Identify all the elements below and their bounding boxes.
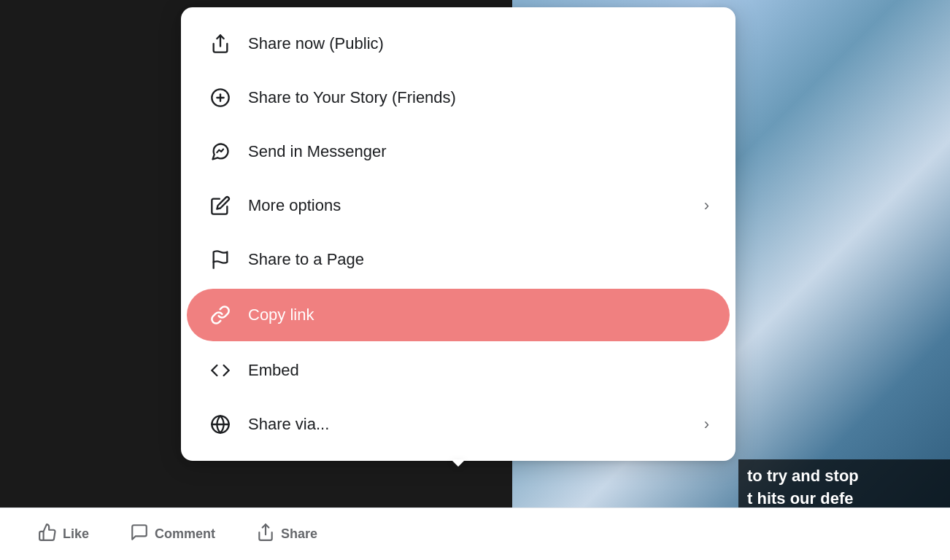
action-bar: Like Comment Share xyxy=(0,508,950,560)
share-label: Share xyxy=(281,526,317,542)
embed-label: Embed xyxy=(248,361,709,380)
share-story-label: Share to Your Story (Friends) xyxy=(248,88,709,107)
share-page-item[interactable]: Share to a Page xyxy=(187,233,730,286)
share-now-label: Share now (Public) xyxy=(248,34,709,53)
share-via-chevron: › xyxy=(704,415,709,434)
send-messenger-item[interactable]: Send in Messenger xyxy=(187,125,730,178)
comment-button[interactable]: Comment xyxy=(121,517,224,552)
more-options-chevron: › xyxy=(704,196,709,215)
comment-icon xyxy=(130,523,149,546)
edit-share-icon xyxy=(207,192,233,219)
share-button[interactable]: Share xyxy=(247,517,326,552)
more-options-item[interactable]: More options › xyxy=(187,179,730,232)
like-button[interactable]: Like xyxy=(29,517,98,552)
code-icon xyxy=(207,357,233,384)
copy-link-label: Copy link xyxy=(248,306,709,324)
share-arrow-icon xyxy=(207,31,233,57)
messenger-icon xyxy=(207,139,233,165)
copy-link-item[interactable]: Copy link xyxy=(187,289,730,341)
like-icon xyxy=(38,523,57,546)
share-now-item[interactable]: Share now (Public) xyxy=(187,18,730,70)
share-story-item[interactable]: Share to Your Story (Friends) xyxy=(187,71,730,124)
share-via-label: Share via... xyxy=(248,415,690,434)
comment-label: Comment xyxy=(155,526,215,542)
share-page-label: Share to a Page xyxy=(248,250,709,269)
more-options-label: More options xyxy=(248,196,690,215)
share-popup: Share now (Public) Share to Your Story (… xyxy=(181,7,735,461)
flag-icon xyxy=(207,246,233,273)
link-icon xyxy=(207,302,233,328)
subtitle-line1: to try and stop xyxy=(747,467,859,485)
embed-item[interactable]: Embed xyxy=(187,344,730,397)
share-icon xyxy=(256,523,275,546)
share-via-item[interactable]: Share via... › xyxy=(187,398,730,451)
send-messenger-label: Send in Messenger xyxy=(248,142,709,161)
subtitle-line2: t hits our defe xyxy=(747,489,853,508)
like-label: Like xyxy=(63,526,89,542)
globe-icon xyxy=(207,411,233,438)
plus-circle-icon xyxy=(207,85,233,111)
